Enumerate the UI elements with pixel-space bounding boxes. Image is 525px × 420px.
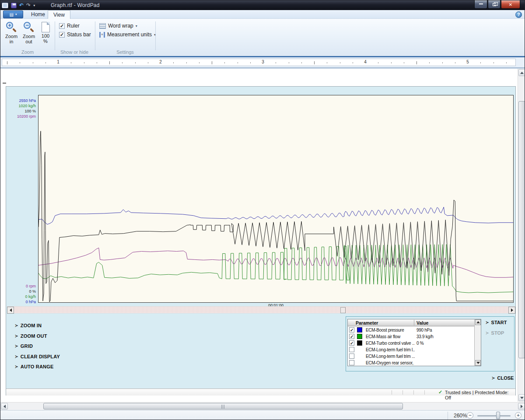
minimize-button[interactable] (474, 0, 487, 9)
scroll-right-arrow-icon[interactable] (508, 307, 515, 314)
wordpad-window: ↶ ↷ ▾ Graph.rtf - WordPad ✕ ▤ ▾ Home Vie… (0, 0, 525, 420)
table-row[interactable]: ECM-Long-term fuel trim ... (348, 353, 474, 360)
text-caret (3, 83, 6, 84)
table-row[interactable]: ✓ECM-Boost pressure990 hPa (348, 327, 474, 333)
zoom-in-slider-button[interactable]: + (515, 412, 522, 419)
scroll-left-arrow-icon[interactable] (7, 307, 14, 314)
zoom-out-button[interactable]: − Zoom out (21, 21, 37, 44)
ruler-tick (97, 62, 97, 63)
table-row[interactable]: ECM-Long-term fuel trim l... (348, 346, 474, 353)
series-color-swatch (357, 327, 362, 332)
ruler-tick (506, 62, 507, 63)
parameter-value: 990 hPa (416, 328, 432, 332)
ruler-tick (455, 62, 455, 63)
measurement-units-button[interactable]: + Measurement units ▾ (99, 32, 156, 38)
vertical-scrollbar-thumb[interactable] (518, 101, 525, 358)
table-row[interactable]: ✓ECM-Turbo control valve ...0 % (348, 340, 474, 346)
graph-auto-range-button[interactable]: ≻AUTO RANGE (15, 364, 54, 369)
zoom-out-slider-button[interactable]: − (467, 412, 473, 419)
settings-group-label: Settings (95, 49, 155, 55)
tab-home[interactable]: Home (26, 10, 50, 19)
table-row[interactable]: ECM-Oxygen rear sensor, ... (348, 360, 474, 366)
parameter-name: ECM-Mass air flow (366, 334, 415, 339)
scroll-left-arrow-icon[interactable] (1, 403, 8, 410)
graph-zoom-out-button[interactable]: ≻ZOOM OUT (15, 333, 47, 339)
zoom-100-button[interactable]: 100 % (38, 21, 53, 44)
word-wrap-icon (99, 23, 106, 29)
close-graph-button[interactable]: ≻ CLOSE (492, 375, 514, 381)
zoom-slider-track[interactable] (477, 415, 511, 416)
graph-horizontal-scrollbar[interactable] (7, 306, 515, 313)
window-title: Graph.rtf - WordPad (51, 2, 100, 8)
status-bar-checkbox-row[interactable]: ✓ Status bar (59, 32, 91, 38)
page-icon (42, 22, 50, 32)
y-axis-max-label: 10200 rpm (9, 114, 36, 119)
ruler-checkbox-row[interactable]: ✓ Ruler (59, 23, 80, 29)
table-row[interactable]: ✓ECM-Mass air flow33.9 kg/h (348, 333, 474, 340)
ruler-tick (20, 62, 20, 63)
column-header-value[interactable]: Value (416, 320, 428, 326)
zoom-level: 260% (454, 413, 467, 419)
word-wrap-button[interactable]: Word wrap ▾ (99, 23, 137, 29)
row-checkbox[interactable]: ✓ (349, 327, 354, 332)
graph-grid-button[interactable]: ≻GRID (15, 343, 33, 349)
customize-qat-dropdown-icon[interactable]: ▾ (33, 4, 35, 7)
close-button[interactable]: ✕ (501, 0, 520, 9)
button-label: ZOOM OUT (21, 333, 47, 339)
tab-view[interactable]: View (48, 10, 70, 19)
document-area[interactable]: 2550 hPa1020 kg/h100 %10200 rpm 0 rpm0 %… (0, 69, 518, 402)
save-icon[interactable] (11, 3, 17, 8)
scroll-up-arrow-icon[interactable] (518, 69, 525, 76)
table-scrollbar[interactable] (474, 319, 481, 366)
graph-plot (38, 95, 514, 303)
row-checkbox[interactable] (349, 354, 354, 359)
y-axis-max-label: 1020 kg/h (9, 103, 36, 108)
start-button[interactable]: ≻ START (486, 320, 507, 325)
scroll-down-arrow-icon[interactable] (518, 394, 525, 401)
row-checkbox[interactable]: ✓ (349, 340, 354, 346)
status-cell-divider (402, 390, 403, 395)
ribbon: + Zoom in − Zoom out 100 % Zoom ✓ Ruler … (0, 19, 525, 56)
row-checkbox[interactable] (349, 360, 354, 365)
ruler-tick (480, 62, 481, 63)
table-header: ParameterValue (348, 319, 474, 326)
parameter-name: ECM-Oxygen rear sensor, ... (366, 360, 415, 365)
ruler-number: 1 (57, 60, 60, 64)
ruler-zone: 12345 (0, 57, 525, 67)
scroll-down-arrow-icon[interactable] (475, 360, 481, 366)
help-icon[interactable]: ? (515, 11, 522, 18)
ruler-tick (84, 62, 84, 63)
ruler-number: 5 (466, 60, 469, 64)
ruler-number: 3 (262, 60, 264, 64)
row-checkbox[interactable] (349, 347, 354, 352)
wordpad-menu-button[interactable]: ▤ ▾ (3, 10, 23, 18)
column-header-parameter[interactable]: Parameter (356, 320, 378, 326)
ruler-number: 4 (364, 60, 367, 64)
button-label: ZOOM IN (21, 323, 42, 328)
parameter-value: 0 % (416, 341, 424, 346)
horizontal-scrollbar-thumb[interactable] (43, 403, 403, 410)
zoom-in-button[interactable]: + Zoom in (3, 21, 20, 44)
embedded-graph-image: 2550 hPa1020 kg/h100 %10200 rpm 0 rpm0 %… (6, 86, 516, 396)
undo-icon[interactable]: ↶ (19, 2, 24, 8)
scroll-right-arrow-icon[interactable] (518, 403, 525, 410)
scroll-up-arrow-icon[interactable] (475, 319, 481, 325)
wordpad-app-icon[interactable] (2, 3, 8, 8)
row-checkbox[interactable]: ✓ (349, 334, 354, 339)
graph-zoom-in-button[interactable]: ≻ZOOM IN (15, 323, 42, 328)
button-label: CLEAR DISPLAY (21, 354, 60, 359)
graph-clear-display-button[interactable]: ≻CLEAR DISPLAY (15, 354, 60, 359)
horizontal-scrollbar[interactable] (0, 402, 525, 410)
status-bar-checkbox[interactable]: ✓ (59, 32, 65, 38)
vertical-scrollbar[interactable] (518, 69, 525, 402)
status-bar: 260% − + (0, 410, 525, 420)
restore-button[interactable] (488, 0, 500, 9)
boost-pressure-trace (38, 207, 513, 224)
ruler-tick (404, 62, 404, 63)
ruler-checkbox[interactable]: ✓ (59, 23, 65, 29)
zoom-slider-thumb[interactable] (496, 412, 500, 419)
ruler-tick (391, 62, 392, 63)
y-axis-zero-label: 0 kg/h (9, 294, 36, 299)
graph-scrollbar-thumb[interactable] (340, 307, 346, 313)
ruler-tick (340, 62, 340, 63)
